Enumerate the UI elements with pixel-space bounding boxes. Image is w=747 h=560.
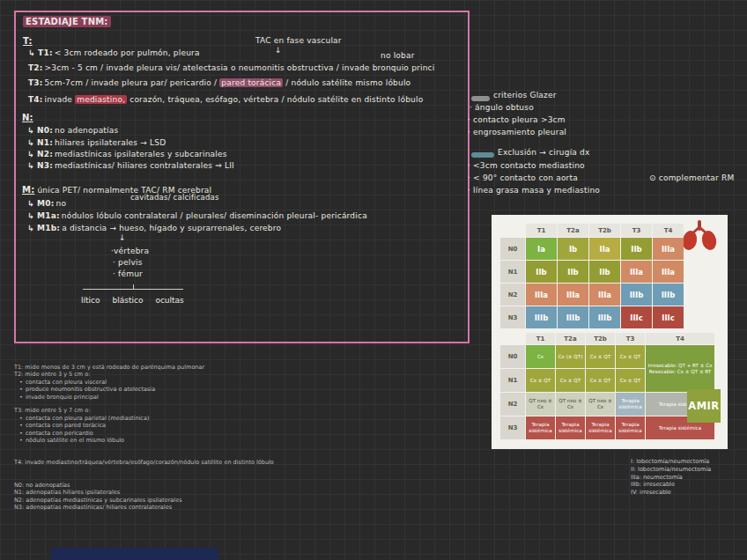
n3-text: mediastínicas/ hiliares contralaterales … bbox=[55, 161, 234, 170]
tnm-note-box: ESTADIAJE TNM: T: ↳ T1:< 3cm rodeado por… bbox=[14, 11, 470, 343]
treatment-cell: Terapia sistémica bbox=[526, 416, 555, 439]
glazer-title: criterios Glazer bbox=[493, 91, 557, 99]
n3-label: ↳ N3: bbox=[27, 161, 53, 170]
bone-type-ocultas: ocultas bbox=[155, 296, 183, 305]
stage-cell: IIIb bbox=[653, 284, 684, 306]
teal-highlight-pill bbox=[471, 152, 494, 158]
down-arrow-icon: ↓ bbox=[275, 46, 282, 55]
typed-t4-block: T4: invade mediastino/tráquea/vértebra/e… bbox=[14, 459, 274, 466]
t4-text: invade bbox=[45, 95, 76, 104]
glazer-item: · contacto pleura >3cm bbox=[468, 115, 566, 124]
n1-line: ↳ N1:hiliares ipsilaterales → LSD bbox=[27, 138, 166, 147]
stage-cell: IIIa bbox=[653, 261, 684, 283]
stage-cell: IIIc bbox=[621, 306, 652, 328]
stage-cell: IIb bbox=[621, 238, 652, 260]
m1b-label: ↳ M1b: bbox=[27, 224, 60, 232]
stage-cell: IIa bbox=[589, 238, 620, 260]
t2-line: T2:>3cm - 5 cm / invade pleura vis/ atel… bbox=[28, 63, 434, 72]
stage-cell: IIIb bbox=[589, 306, 620, 328]
n2-line: ↳ N2:mediastínicas ipsilaterales y subca… bbox=[27, 150, 227, 158]
typed-n-line: N0: no adenopatías bbox=[14, 482, 274, 489]
m1b-text: a distancia → hueso, hígado y suprarrena… bbox=[62, 224, 281, 232]
m0-annotation: cavitadas/ calcificadas bbox=[130, 193, 219, 202]
exclusion-item: · <3cm contacto mediastino bbox=[468, 161, 585, 170]
n1-text: hiliares ipsilaterales → LSD bbox=[55, 138, 166, 147]
treatment-cell: QT neo ± Cx bbox=[586, 393, 615, 416]
col-header: T2b bbox=[589, 224, 620, 237]
stage-cell: Ia bbox=[526, 238, 557, 260]
stage-cell: IIIa bbox=[621, 261, 652, 283]
bone-bracket bbox=[83, 289, 183, 294]
legend-line: II: lobectomía/neumectomía bbox=[631, 466, 711, 474]
m0-label: ↳ M0: bbox=[27, 199, 55, 208]
typed-t2-bullet: produce neumonitis obstructiva o atelect… bbox=[14, 386, 274, 393]
row-header: N2 bbox=[500, 393, 525, 416]
t1-label: ↳ T1: bbox=[28, 48, 53, 57]
t1-line: ↳ T1:< 3cm rodeado por pulmón, pleura bbox=[28, 48, 200, 57]
treatment-cell: Cx ± QT bbox=[586, 369, 615, 392]
col-header: T1 bbox=[526, 333, 555, 344]
treatment-cell: Cx ± QT bbox=[526, 369, 555, 392]
stage-cell: Ib bbox=[558, 238, 588, 260]
m0-line: ↳ M0:no bbox=[27, 199, 66, 208]
treatment-cell: QT neo ± Cx bbox=[526, 393, 555, 416]
stage-cell: IIb bbox=[589, 261, 620, 283]
note-title-text: ESTADIAJE TNM: bbox=[23, 16, 111, 27]
rm-note: ⊙ complementar RM bbox=[649, 173, 734, 182]
stage-cell: IIIb bbox=[558, 306, 588, 328]
typed-n-line: N2: adenopatías mediastínicas y subcarin… bbox=[14, 497, 274, 504]
typed-notes: T1: mide menos de 3 cm y está rodeado de… bbox=[14, 364, 274, 512]
row-header: N2 bbox=[500, 284, 525, 306]
t-heading: T: bbox=[23, 36, 33, 46]
col-header: T3 bbox=[616, 333, 645, 344]
row-header: N3 bbox=[500, 306, 525, 328]
m1a-line: ↳ M1a:nódulos lóbulo contralateral / ple… bbox=[27, 211, 367, 220]
t3-text-post: / nódulo satélite mismo lóbulo bbox=[283, 78, 410, 87]
legend-line: I: lobectomía/neumectomía bbox=[631, 458, 711, 466]
staging-image-panel: T1 T2a T2b T3 T4 N0 Ia Ib IIa IIb IIIa N… bbox=[492, 215, 728, 449]
treatment-cell: Terapia sistémica bbox=[586, 416, 615, 439]
typed-t2: T2: mide entre 3 y 5 cm o: bbox=[14, 371, 274, 378]
bottom-toolbar[interactable] bbox=[50, 548, 218, 560]
n-heading: N: bbox=[22, 113, 33, 122]
treatment-merged-line1: Irresecable: QT + RT ± Cx bbox=[648, 363, 713, 369]
stage-cell: IIIb bbox=[621, 284, 652, 306]
tac-annotation: TAC en fase vascular bbox=[255, 36, 342, 45]
typed-t3-block: T3: mide entre 5 y 7 cm o: contacta con … bbox=[14, 407, 274, 444]
typed-n-line: N3: adenopatías mediastínicas/ hiliares … bbox=[14, 504, 274, 511]
glazer-item: · ángulo obtuso bbox=[470, 103, 534, 112]
m1b-line: ↳ M1b:a distancia → hueso, hígado y supr… bbox=[27, 224, 281, 232]
n0-line: ↳ N0:no adenopatías bbox=[27, 126, 118, 135]
typed-t3-bullet: contacta con pericardio bbox=[14, 430, 274, 437]
tnm-treatment-table: T1 T2a T2b T3 T4 N0 Cx Cx (± QT) Cx ± QT… bbox=[500, 333, 714, 439]
treatment-cell: Terapia sistémica bbox=[616, 416, 645, 439]
row-header: N1 bbox=[500, 261, 525, 283]
typed-t3-bullet: nódulo satélite en el mismo lóbulo bbox=[14, 437, 274, 444]
table-corner bbox=[500, 224, 525, 237]
col-header: T3 bbox=[621, 224, 652, 237]
note-page: ESTADIAJE TNM: T: ↳ T1:< 3cm rodeado por… bbox=[0, 0, 747, 560]
treatment-cell-t4-merged: Irresecable: QT + RT ± Cx Resecable: Cx … bbox=[646, 345, 714, 392]
n0-label: ↳ N0: bbox=[27, 126, 53, 135]
col-header: T2a bbox=[556, 333, 585, 344]
bone-site-vertebra: ·vértebra bbox=[111, 247, 149, 255]
bone-type-litico: lítico bbox=[81, 296, 100, 305]
n3-line: ↳ N3:mediastínicas/ hiliares contralater… bbox=[27, 161, 234, 170]
exclusion-item: · línea grasa masa y mediastino bbox=[468, 186, 600, 195]
bone-lesion-types: lítico blástico ocultas bbox=[81, 296, 184, 305]
no-lobar-annotation: no lobar bbox=[381, 51, 415, 60]
treatment-cell: Cx ± QT bbox=[616, 369, 645, 392]
m1a-label: ↳ M1a: bbox=[27, 211, 60, 220]
note-title: ESTADIAJE TNM: bbox=[23, 17, 111, 26]
gray-highlight-pill bbox=[471, 96, 490, 101]
treatment-cell: Cx (± QT) bbox=[556, 345, 585, 368]
t4-highlight: mediastino, bbox=[75, 95, 127, 104]
stage-cell: IIb bbox=[558, 261, 588, 283]
treatment-cell: Cx ± QT bbox=[556, 369, 585, 392]
typed-t2-bullet: contacta con pleura visceral bbox=[14, 379, 274, 386]
typed-t4: T4: invade mediastino/tráquea/vértebra/e… bbox=[14, 459, 274, 466]
stage-treatment-legend: I: lobectomía/neumectomía II: lobectomía… bbox=[631, 458, 711, 497]
t1-text: < 3cm rodeado por pulmón, pleura bbox=[55, 48, 200, 57]
t4-text-post: corazón, tráquea, esófago, vértebra / nó… bbox=[127, 95, 423, 104]
t3-text: 5cm-7cm / invade pleura par/ pericardio … bbox=[45, 78, 220, 87]
